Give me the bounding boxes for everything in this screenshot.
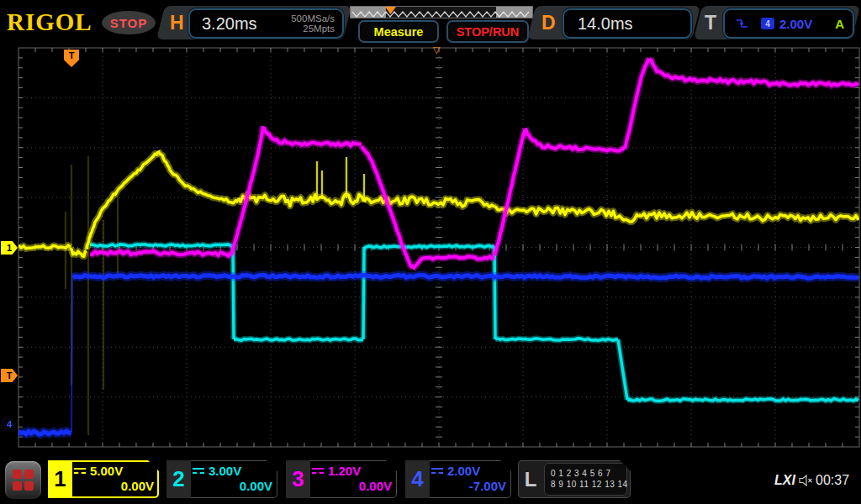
channel4-offset: -7.00V	[431, 479, 506, 496]
delay-value: 14.0ms	[564, 14, 633, 34]
trigger-label: T	[705, 12, 716, 34]
memory-window-right	[496, 7, 532, 18]
trigger-box[interactable]: 4 2.00V A	[723, 8, 854, 39]
channel4-scale: 2.00V	[447, 464, 480, 478]
timebase-value: 3.20ms	[190, 14, 257, 34]
oscilloscope-screen: 1 T 4 T ▽ RIGOL STOP H 3.20ms 500MSa/s 2…	[0, 0, 861, 504]
memory-window-left	[351, 7, 386, 18]
channel3-scale: 1.20V	[328, 464, 361, 478]
channel3-offset: 0.00V	[312, 479, 392, 496]
dc-coupling-icon	[193, 468, 204, 474]
logic-channel-list: 0 1 2 3 4 5 6 7 8 9 10 11 12 13 14 15	[544, 463, 627, 496]
trigger-group: T 4 2.00V A	[698, 6, 856, 39]
ch1-yellow	[18, 150, 858, 256]
delay-label: D	[541, 12, 556, 34]
dc-coupling-icon	[74, 468, 86, 474]
channel3-number: 3	[286, 460, 310, 498]
channel2-values: 3.00V 0.00V	[193, 462, 272, 496]
stop-run-button[interactable]: STOP/RUN	[446, 20, 529, 43]
trigger-source-badge: 4	[761, 18, 774, 29]
channel2-box[interactable]: 2 3.00V 0.00V	[166, 460, 277, 498]
ch4-edge	[71, 279, 72, 432]
ch3-magenta	[90, 59, 858, 269]
sample-rate-readout: 500MSa/s 25Mpts	[291, 13, 342, 34]
channel2-offset: 0.00V	[193, 479, 272, 496]
channel2-scale: 3.00V	[209, 464, 241, 478]
dc-coupling-icon	[431, 468, 443, 474]
channel4-number: 4	[405, 460, 430, 498]
header-bar: RIGOL STOP H 3.20ms 500MSa/s 25Mpts Meas…	[0, 0, 861, 44]
memory-position-bar[interactable]	[350, 6, 533, 18]
channel4-values: 2.00V -7.00V	[431, 462, 506, 496]
channel1-offset: 0.00V	[74, 479, 154, 496]
speaker-muted-icon[interactable]	[799, 474, 814, 487]
channel1-number: 1	[48, 460, 72, 498]
dc-coupling-icon	[312, 468, 324, 474]
channel1-box[interactable]: 1 5.00V 0.00V	[48, 460, 159, 498]
logic-label: L	[518, 460, 543, 498]
menu-button[interactable]	[5, 461, 41, 499]
memory-depth: 25Mpts	[303, 24, 335, 34]
clock: 00:37	[816, 473, 849, 488]
trigger-mode: A	[835, 17, 844, 31]
measure-button[interactable]: Measure	[358, 20, 439, 43]
lxi-logo: LXI	[774, 473, 795, 488]
edge-trigger-icon	[735, 17, 749, 30]
channel1-scale: 5.00V	[90, 464, 123, 478]
channel3-box[interactable]: 3 1.20V 0.00V	[286, 460, 397, 498]
menu-grid-icon	[13, 470, 34, 491]
delay-box[interactable]: 14.0ms	[563, 8, 692, 39]
horizontal-group: H 3.20ms 500MSa/s 25Mpts	[161, 6, 347, 39]
pretrigger-marker-icon: ▽	[433, 45, 440, 55]
trigger-level-value: 2.00V	[779, 17, 812, 31]
channel2-number: 2	[166, 460, 191, 498]
channel1-values: 5.00V 0.00V	[74, 462, 154, 496]
logic-row1: 0 1 2 3 4 5 6 7	[551, 469, 610, 478]
waveform-display[interactable]	[0, 0, 861, 504]
channel3-values: 1.20V 0.00V	[312, 462, 392, 496]
run-state-badge[interactable]: STOP	[102, 11, 156, 34]
timebase-box[interactable]: 3.20ms 500MSa/s 25Mpts	[188, 8, 344, 39]
horizontal-label: H	[170, 12, 184, 34]
sample-rate: 500MSa/s	[291, 13, 335, 24]
rigol-logo: RIGOL	[7, 8, 92, 36]
logic-row2: 8 9 10 11 12 13 14 15	[551, 480, 641, 489]
channel4-box[interactable]: 4 2.00V -7.00V	[405, 460, 511, 498]
logic-channels-box[interactable]: L 0 1 2 3 4 5 6 7 8 9 10 11 12 13 14 15	[518, 460, 631, 498]
footer-bar: 1 5.00V 0.00V 2 3.00V 0.00V 3 1.20V 0.00…	[0, 458, 861, 504]
ch2-cyan	[90, 244, 858, 401]
delay-group: D 14.0ms	[531, 6, 696, 39]
